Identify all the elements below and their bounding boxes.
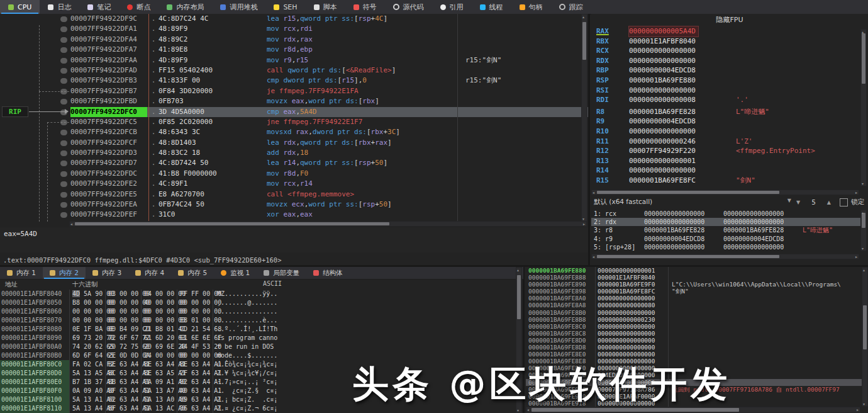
tab-线程[interactable]: 线程 (472, 0, 511, 14)
tab-SEH[interactable]: SEH (265, 0, 305, 14)
tab-引用[interactable]: 引用 (432, 0, 472, 14)
scroll-left-icon[interactable]: ◂ (593, 255, 594, 259)
tab-断点[interactable]: 断点 (119, 0, 159, 14)
breakpoint-dot-icon[interactable] (60, 26, 67, 32)
scroll-up-icon[interactable]: ▴ (582, 15, 584, 19)
disasm-row[interactable]: 00007FF94922DFEF.31C0xor eax,eax (0, 210, 588, 220)
tab-源代码[interactable]: 源代码 (385, 0, 432, 14)
disasm-vscrollbar-thumb[interactable] (582, 22, 586, 60)
argument-count-spinner[interactable]: ▼ 5 ▲ (794, 198, 833, 206)
dump-tab-内存 5[interactable]: 内存 5 (171, 267, 214, 279)
register-row[interactable]: R150000001BA69FE8FC"剑N" (591, 176, 868, 186)
args-vscrollbar-thumb[interactable] (862, 213, 865, 228)
disasm-row[interactable]: 00007FF94922DFC5.0F85 2C020000jne ffmpeg… (0, 117, 588, 127)
tab-符号[interactable]: 符号 (345, 0, 385, 14)
argument-row[interactable]: 4:r900000000004EDCD800000000004EDCD8 (591, 235, 860, 243)
scroll-right-icon[interactable]: ▸ (583, 222, 585, 226)
arguments-rows[interactable]: 1:rcx000000000000000000000000000000002:r… (591, 210, 860, 251)
dump-tab-内存 1[interactable]: 内存 1 (0, 267, 43, 279)
disasm-row[interactable]: 00007FF94922DFDC.41:B8 F0000000mov r8d,F… (0, 169, 588, 179)
hide-fpu-button[interactable]: 隐藏FPU (591, 14, 868, 26)
breakpoint-dot-icon[interactable] (60, 140, 67, 146)
breakpoint-dot-icon[interactable] (60, 78, 67, 84)
tab-日志[interactable]: 日志 (40, 0, 79, 14)
lock-checkbox[interactable] (840, 198, 848, 206)
disasm-row[interactable]: 00007FF94922DFB3.41:833F 00cmp dword ptr… (0, 76, 588, 86)
argument-row[interactable]: 5:[rsp+28]000000000000000000000000000000… (591, 243, 860, 251)
disasm-row[interactable]: 00007FF94922DFEA.0FB74C24 50movzx ecx,wo… (0, 200, 588, 210)
breakpoint-dot-icon[interactable] (60, 161, 67, 166)
register-row[interactable]: R900000000004EDCD8 (591, 116, 868, 127)
register-row[interactable]: RCX0000000000000000 (591, 46, 868, 56)
breakpoint-dot-icon[interactable] (60, 181, 67, 187)
scroll-up-icon[interactable]: ▴ (862, 30, 864, 34)
breakpoint-dot-icon[interactable] (60, 16, 67, 22)
stack-row[interactable]: 0000001BA69FE8C80000000000000000 (526, 330, 862, 337)
dump-tab-结构体[interactable]: 结构体 (306, 267, 350, 279)
args-hscrollbar-thumb[interactable] (597, 255, 779, 258)
scroll-up-icon[interactable]: ▴ (517, 268, 519, 272)
argument-row[interactable]: 2:rdx00000000000000000000000000000000 (591, 218, 860, 226)
breakpoint-dot-icon[interactable] (60, 171, 67, 177)
argument-row[interactable]: 3:r80000001BA69FE8280000001BA69FE828L"啼迸… (591, 226, 860, 234)
register-row[interactable]: R80000001BA69FE828L"啼迸魉" (591, 107, 868, 117)
dump-row[interactable]: 000001E1AFBF809069 73 20 7072 6F 67 7261… (0, 334, 516, 342)
dump-row[interactable]: 000001E1AFBF80A074 20 62 6520 72 75 6E20… (0, 342, 516, 351)
tab-内存布局[interactable]: 内存布局 (159, 0, 212, 14)
scroll-down-icon[interactable]: ▾ (863, 402, 865, 406)
stack-row[interactable]: 0000001BA69FE8D00000000000000000 (526, 337, 862, 344)
stack-row[interactable]: 0000001BA69FE8B80000000000000230 (526, 316, 862, 323)
dump-row[interactable]: 000001E1AFBF8050B8 00 00 0000 00 00 0040… (0, 298, 516, 307)
breakpoint-dot-icon[interactable] (60, 212, 67, 218)
dump-row[interactable]: 000001E1AFBF806000 00 00 0000 00 00 0000… (0, 307, 516, 316)
dump-row[interactable]: 000001E1AFBF807000 00 00 0000 00 00 0000… (0, 316, 516, 325)
disasm-row[interactable]: 00007FF94922DFD7.4C:8D7424 50lea r14,qwo… (0, 158, 588, 168)
disasm-row[interactable]: 00007FF94922DF9C.4C:8D7C24 4Clea r15,qwo… (0, 14, 588, 24)
disasm-row[interactable]: 00007FF94922DFB7.0F84 3D020000je ffmpeg.… (0, 86, 588, 96)
disassembly-pane[interactable]: 00007FF94922DF9C.4C:8D7C24 4Clea r15,qwo… (0, 14, 588, 222)
vertical-splitter[interactable] (588, 14, 590, 266)
breakpoint-dot-icon[interactable] (60, 37, 67, 43)
argument-row[interactable]: 1:rcx00000000000000000000000000000000 (591, 210, 860, 218)
register-row[interactable]: R100000000000000000 (591, 127, 868, 137)
stack-row[interactable]: 0000001BA69FE8E00000000000000000 (526, 351, 862, 358)
dump-tab-内存 3[interactable]: 内存 3 (86, 267, 128, 279)
registers-vscrollbar-thumb[interactable] (862, 33, 865, 84)
registers-vscrollbar[interactable]: ▴▾ (860, 29, 867, 186)
registers-hscrollbar[interactable]: ◂▸ (591, 190, 859, 195)
args-vscrollbar[interactable]: ▴▾ (860, 210, 867, 251)
dump-tab-内存 2[interactable]: 内存 2 (43, 267, 86, 279)
disasm-row[interactable]: 00007FF94922DFAD.FF15 05402400call qword… (0, 65, 588, 76)
disasm-row[interactable]: 00007FF94922DFE5.E8 A6270700call <ffmpeg… (0, 190, 588, 200)
scroll-left-icon[interactable]: ◂ (593, 191, 594, 195)
disasm-row[interactable]: 00007FF94922DFC0.3D 4D5A0000cmp eax,5A4D (0, 107, 588, 117)
register-row[interactable]: RBX000001E1AFBF8040 (591, 37, 868, 47)
stack-row[interactable]: 0000001BA69FE8D80000000000000000 (526, 344, 862, 351)
registers-pane[interactable]: 隐藏FPU RAX0000000000005A4DRBX000001E1AFBF… (591, 14, 868, 189)
register-row[interactable]: R1200007FF94929F220<ffmpeg.EntryPoint> (591, 146, 868, 156)
tab-脚本[interactable]: 脚本 (306, 0, 345, 14)
register-row[interactable]: RSP0000001BA69FE880 (591, 76, 868, 86)
scroll-left-icon[interactable]: ◂ (70, 222, 72, 226)
dump-row[interactable]: 000001E1AFBF80800E 1F BA 0E00 B4 09 CD21… (0, 325, 516, 334)
dump-row[interactable]: 000001E1AFBF80404D 5A 90 0003 00 00 0004… (0, 290, 516, 298)
stack-row[interactable]: 0000001BA69FE8900000001BA69FE9F0L"C:\\Us… (526, 281, 862, 288)
calling-convention-select[interactable]: 默认 (x64 fastcall) ▼ (591, 198, 794, 206)
scroll-down-icon[interactable]: ▾ (862, 182, 864, 186)
disasm-row[interactable]: 00007FF94922DFAA.4D:89F9mov r9,r15r15:"剑… (0, 55, 588, 65)
breakpoint-dot-icon[interactable] (60, 99, 67, 105)
register-row[interactable]: RDX0000000000000000 (591, 56, 868, 66)
register-row[interactable]: RAX0000000000005A4D (591, 26, 868, 37)
stack-row[interactable]: 0000001BA69FE8800000000000000001 (526, 267, 862, 274)
stack-row[interactable]: 0000001BA69FE8B00000000000000000 (526, 309, 862, 316)
disasm-row[interactable]: 00007FF94922DFA4.48:89C2mov rdx,rax (0, 35, 588, 45)
disasm-hscrollbar-thumb[interactable] (75, 222, 389, 225)
dump-row[interactable]: 000001E1AFBF80B06D 6F 64 652E 0D 0D 0A24… (0, 351, 516, 360)
stack-row[interactable]: 0000001BA69FE8980000001BA69FE8FC"剑N" (526, 288, 862, 295)
scroll-right-icon[interactable]: ▸ (855, 255, 857, 259)
spinner-down-icon[interactable]: ▼ (794, 200, 803, 205)
stack-row[interactable]: 0000001BA69FE8C00000000000000000 (526, 323, 862, 330)
dump-tab-局部变量[interactable]: 局部变量 (257, 267, 306, 279)
scroll-down-icon[interactable]: ▾ (862, 247, 864, 251)
stack-vscrollbar-thumb[interactable] (863, 305, 867, 349)
